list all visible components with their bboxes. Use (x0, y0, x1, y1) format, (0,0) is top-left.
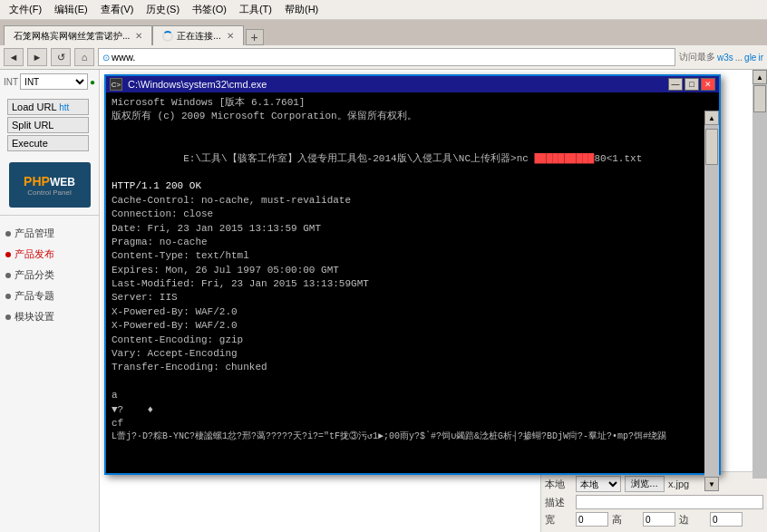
favorites-sep1: ... (735, 53, 743, 63)
new-tab-button[interactable]: + (246, 29, 264, 45)
width-input[interactable] (576, 512, 608, 527)
tab-2-close[interactable]: ✕ (227, 31, 234, 41)
right-scroll-thumb[interactable] (753, 85, 766, 112)
cmd-line-2 (112, 124, 666, 138)
cmd-window[interactable]: C> C:\Windows\system32\cmd.exe — □ ✕ Mic… (104, 74, 721, 475)
cmd-content: Microsoft Windows [版本 6.1.7601] 版权所有 (c)… (106, 92, 672, 473)
cmd-prompt: E:\工具\【骇客工作室】入侵专用工具包-2014版\入侵工具\NC上传利器>n… (183, 153, 534, 164)
logo-control-panel: Control Panel (27, 189, 71, 197)
cmd-title: C:\Windows\system32\cmd.exe (128, 79, 267, 90)
cmd-line-18 (112, 375, 666, 389)
favorites-w3s[interactable]: w3s (717, 53, 733, 63)
right-scroll-up[interactable]: ▲ (752, 70, 767, 84)
menu-label-3: 产品专题 (15, 289, 54, 303)
browse-button[interactable]: 浏览… (625, 476, 665, 492)
menu-tools[interactable]: 工具(T) (234, 1, 277, 18)
menu-item-product-manage[interactable]: 产品管理 (4, 223, 95, 244)
menu-dot-4 (5, 314, 11, 320)
cmd-maximize[interactable]: □ (684, 78, 699, 91)
connecting-indicator: 正在连接... (162, 30, 220, 43)
description-label: 描述 (545, 496, 572, 509)
phpweb-logo: PHP WEB Control Panel (9, 162, 91, 208)
width-label: 宽 (545, 513, 572, 527)
tab-1-close[interactable]: ✕ (135, 31, 142, 41)
menu-label-2: 产品分类 (15, 268, 54, 282)
menu-label-1: 产品发布 (15, 247, 54, 261)
main-layout: INT INT ● Load URL htt Split URL Execute… (0, 70, 767, 532)
int-select[interactable]: INT (20, 73, 88, 90)
menu-dot-1 (5, 252, 11, 257)
height-label: 高 (612, 513, 639, 527)
location-select[interactable]: 本地 (576, 476, 621, 492)
tab-bar: 石笼网格宾网钢丝笼雷诺护... ✕ 正在连接... ✕ + (0, 20, 767, 45)
cmd-line-14: X-Powered-By: WAF/2.0 (112, 319, 666, 333)
cmd-scroll-thumb[interactable] (705, 129, 718, 165)
cmd-line-13: X-Powered-By: WAF/2.0 (112, 305, 666, 319)
home-button[interactable]: ⌂ (74, 48, 94, 66)
menu-item-module-settings[interactable]: 模块设置 (4, 306, 95, 327)
menu-bookmarks[interactable]: 书签(O) (187, 1, 232, 18)
favorites-bar: 访问最多 w3s ... gle ir (679, 51, 763, 63)
address-input[interactable] (112, 52, 671, 63)
menu-help[interactable]: 帮助(H) (279, 1, 324, 18)
address-bar[interactable]: ⊙ (98, 48, 675, 66)
cmd-prompt-end: 80<1.txt (594, 153, 642, 164)
bottom-panel: 本地 本地 浏览… x.jpg 描述 宽 高 边 (540, 471, 767, 532)
menu-edit[interactable]: 编辑(E) (49, 1, 93, 18)
menu-file[interactable]: 文件(F) (4, 1, 47, 18)
cmd-line-9: Content-Type: text/html (112, 249, 666, 263)
cmd-line-21: cf (112, 417, 666, 430)
cmd-line-20: ▼? ♦ (112, 403, 666, 417)
sidebar-actions: Load URL htt Split URL Execute (0, 95, 99, 155)
menu-dot-0 (5, 231, 11, 237)
cmd-minimize[interactable]: — (668, 78, 683, 91)
cmd-scrollbar[interactable]: ▲ ▼ (704, 111, 719, 491)
cmd-line-16: Vary: Accept-Encoding (112, 347, 666, 361)
cmd-line-7: Date: Fri, 23 Jan 2015 13:13:59 GMT (112, 222, 666, 236)
split-url-button[interactable]: Split URL (7, 117, 89, 133)
menu-label-4: 模块设置 (15, 310, 54, 324)
cmd-line-5: Cache-Control: no-cache, must-revalidate (112, 194, 666, 208)
cmd-line-0: Microsoft Windows [版本 6.1.7601] (112, 96, 666, 110)
cmd-body: Microsoft Windows [版本 6.1.7601] 版权所有 (c)… (106, 92, 719, 473)
menu-item-product-topic[interactable]: 产品专题 (4, 285, 95, 306)
sidebar-menu: 产品管理 产品发布 产品分类 产品专题 模块设置 (0, 216, 99, 532)
load-url-button[interactable]: Load URL htt (7, 99, 89, 115)
int-label: INT INT ● (4, 73, 95, 90)
right-scrollbar[interactable]: ▲ (752, 70, 767, 479)
description-row: 描述 (545, 495, 763, 509)
cmd-line-22: L蕾j?·D?粽B-YNC?棲謐螺1忿?邢?蔼?????天?i?="tF拢③污↺… (112, 430, 666, 443)
cmd-line-15: Content-Encoding: gzip (112, 334, 666, 347)
height-input[interactable] (643, 512, 675, 527)
cmd-line-6: Connection: close (112, 208, 666, 221)
favorites-label: 访问最多 (679, 51, 715, 63)
favorites-google[interactable]: gle (744, 53, 756, 63)
refresh-button[interactable]: ↺ (51, 48, 71, 66)
cmd-line-10: Expires: Mon, 26 Jul 1997 05:00:00 GMT (112, 264, 666, 277)
menu-history[interactable]: 历史(S) (141, 1, 185, 18)
sidebar-top-section: INT INT ● (0, 70, 99, 95)
description-input[interactable] (576, 495, 763, 509)
margin-label: 边 (679, 513, 706, 527)
content-area: C> C:\Windows\system32\cmd.exe — □ ✕ Mic… (100, 70, 767, 532)
sidebar: INT INT ● Load URL htt Split URL Execute… (0, 70, 100, 532)
execute-button[interactable]: Execute (7, 135, 89, 151)
cmd-controls: — □ ✕ (668, 78, 715, 91)
forward-button[interactable]: ► (27, 48, 47, 66)
menu-view[interactable]: 查看(V) (95, 1, 140, 18)
favorites-ir[interactable]: ir (758, 53, 763, 63)
cmd-close[interactable]: ✕ (701, 78, 715, 91)
menu-label-0: 产品管理 (15, 227, 54, 240)
logo-web: WEB (50, 176, 75, 189)
cmd-line-17: Transfer-Encoding: chunked (112, 361, 666, 374)
menu-item-product-release[interactable]: 产品发布 (4, 244, 95, 265)
location-row: 本地 本地 浏览… x.jpg (545, 476, 763, 492)
tab-2[interactable]: 正在连接... ✕ (152, 25, 243, 45)
back-button[interactable]: ◄ (4, 48, 24, 66)
margin-input[interactable] (710, 512, 743, 527)
tab-1[interactable]: 石笼网格宾网钢丝笼雷诺护... ✕ (4, 25, 152, 45)
cmd-scroll-down[interactable]: ▼ (704, 477, 719, 491)
menu-item-product-category[interactable]: 产品分类 (4, 265, 95, 285)
cmd-scroll-up[interactable]: ▲ (704, 111, 719, 125)
menu-dot-3 (5, 294, 11, 299)
